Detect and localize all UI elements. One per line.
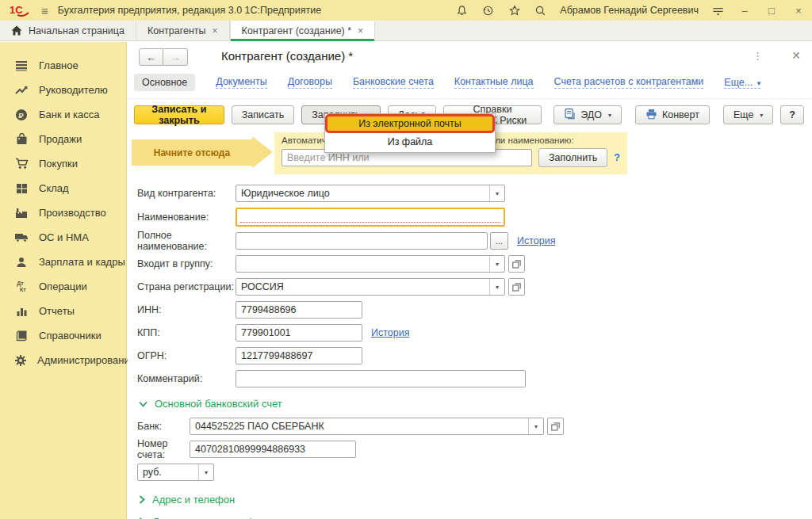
required-marker: [240, 222, 500, 223]
chevron-down-icon: ▾: [608, 112, 611, 119]
tab-label: Контрагенты: [147, 25, 206, 36]
field-label-inn: ИНН:: [137, 304, 236, 315]
save-and-close-button[interactable]: Записать и закрыть: [134, 105, 224, 124]
sidebar-item-administrirovanie[interactable]: Администрирование: [0, 348, 126, 372]
autofill-fill-button[interactable]: Заполнить: [538, 148, 607, 167]
group-combobox[interactable]: ▾: [236, 255, 505, 273]
comment-input[interactable]: [236, 370, 526, 387]
form-menu-kebab-icon[interactable]: ⋮: [753, 50, 763, 62]
autofill-help-link[interactable]: ?: [614, 152, 620, 163]
sidebar-item-sklad[interactable]: Склад: [0, 176, 126, 200]
form-header: ← → Контрагент (создание) * ⋮ ✕: [128, 42, 812, 71]
service-menu-icon[interactable]: [711, 4, 725, 17]
book-icon: [14, 329, 29, 343]
kind-combobox[interactable]: Юридическое лицо ▾: [236, 185, 505, 202]
nav-tab-kontaktnye-lica[interactable]: Контактные лица: [454, 76, 534, 89]
sidebar-item-spravochniki[interactable]: Справочники: [0, 323, 126, 348]
notifications-bell-icon[interactable]: [455, 4, 469, 17]
warehouse-icon: [14, 181, 29, 196]
sidebar-item-glavnoe[interactable]: Главное: [0, 53, 126, 78]
full-name-history-link[interactable]: История: [517, 235, 555, 246]
help-button[interactable]: ?: [780, 105, 804, 124]
ogrn-input[interactable]: 1217799488697: [236, 347, 362, 364]
maximize-button[interactable]: □: [764, 5, 779, 17]
chevron-down-icon[interactable]: ▾: [489, 185, 504, 201]
sidebar-item-proizvodstvo[interactable]: Производство: [0, 200, 126, 225]
kpp-history-link[interactable]: История: [371, 327, 409, 338]
debit-credit-icon: Дт Кт: [14, 280, 29, 294]
sidebar-item-zarplata-kadry[interactable]: Зарплата и кадры: [0, 250, 126, 274]
bank-account-section-toggle[interactable]: Основной банковский счет: [139, 398, 812, 410]
main-menu-icon[interactable]: ≡: [41, 5, 48, 17]
close-window-button[interactable]: ×: [791, 5, 806, 17]
menu-item-from-file[interactable]: Из файла: [325, 133, 495, 151]
field-label-name: Наименование:: [137, 212, 236, 223]
account-number-input[interactable]: 40702810899994886933: [190, 441, 356, 458]
nav-tab-dokumenty[interactable]: Документы: [216, 76, 266, 89]
chevron-down-icon: ▾: [757, 79, 761, 87]
tab-close-icon[interactable]: ×: [358, 25, 363, 36]
1c-logo-icon: 1С: [10, 4, 30, 17]
tab-close-icon[interactable]: ×: [213, 25, 218, 36]
field-label-group: Входит в группу:: [137, 258, 236, 269]
kpp-input[interactable]: 779901001: [236, 324, 362, 342]
field-label-ogrn: ОГРН:: [137, 350, 236, 361]
tab-kontragenty[interactable]: Контрагенты ×: [136, 21, 230, 40]
chevron-down-icon[interactable]: ▾: [528, 418, 543, 434]
history-icon[interactable]: [481, 4, 495, 17]
menu-item-from-email[interactable]: Из электронной почты: [325, 114, 495, 133]
favorites-star-icon[interactable]: [508, 4, 521, 17]
tab-kontragent-create[interactable]: Контрагент (создание) * ×: [230, 21, 376, 40]
sidebar-item-otchety[interactable]: Отчеты: [0, 299, 126, 323]
trend-icon: [14, 83, 29, 97]
search-icon[interactable]: [534, 4, 547, 17]
chevron-down-icon[interactable]: ▾: [198, 464, 213, 480]
inn-input[interactable]: 7799488696: [236, 301, 362, 319]
open-bank-icon[interactable]: [547, 418, 564, 435]
choose-button[interactable]: ...: [490, 232, 508, 250]
sidebar-item-bank-kassa[interactable]: Р Банк и касса: [0, 102, 126, 127]
save-button[interactable]: Записать: [232, 105, 294, 124]
tab-label: Начальная страница: [29, 25, 124, 36]
svg-text:1С: 1С: [10, 4, 23, 16]
nav-tab-osnovnoe[interactable]: Основное: [134, 74, 195, 91]
sidebar-item-os-nma[interactable]: ОС и НМА: [0, 225, 126, 250]
open-group-icon[interactable]: [508, 255, 525, 273]
sidebar-item-rukovoditelyu[interactable]: Руководителю: [0, 78, 126, 102]
full-name-input[interactable]: [236, 232, 488, 250]
factory-icon: [14, 206, 29, 220]
current-user[interactable]: Абрамов Геннадий Сергеевич: [560, 5, 699, 16]
sidebar-item-pokupki[interactable]: Покупки: [0, 151, 126, 176]
printer-icon: [645, 109, 657, 122]
sidebar-item-operacii[interactable]: Дт Кт Операции: [0, 274, 126, 299]
address-phone-section-toggle[interactable]: Адрес и телефон: [139, 494, 812, 506]
edo-button[interactable]: ЭДО▾: [553, 105, 622, 124]
field-label-bank: Банк:: [137, 421, 190, 432]
additional-info-section-toggle[interactable]: Дополнительная информация: [139, 516, 812, 519]
name-input[interactable]: [236, 208, 505, 227]
envelope-button[interactable]: Конверт: [635, 105, 710, 124]
chevron-down-icon[interactable]: ▾: [489, 279, 504, 295]
tab-label: Контрагент (создание) *: [242, 25, 352, 36]
nav-more-button[interactable]: Еще... ▾: [724, 77, 760, 89]
bank-combobox[interactable]: 044525225 ПАО СБЕРБАНК ▾: [190, 418, 544, 435]
back-button[interactable]: ←: [139, 48, 163, 66]
tab-home[interactable]: Начальная страница: [0, 21, 136, 40]
forward-button[interactable]: →: [163, 48, 188, 66]
currency-combobox[interactable]: руб. ▾: [137, 464, 214, 481]
field-label-account: Номер счета:: [137, 438, 190, 460]
cart-icon: [14, 157, 29, 171]
nav-tab-scheta-raschetov[interactable]: Счета расчетов с контрагентами: [554, 76, 704, 89]
chevron-down-icon[interactable]: ▾: [489, 256, 504, 272]
form-close-icon[interactable]: ✕: [791, 49, 801, 62]
start-here-arrow: Начните отсюда: [132, 139, 252, 166]
field-label-full-name: Полное наименование:: [137, 230, 236, 252]
nav-tab-dogovory[interactable]: Договоры: [288, 76, 332, 89]
minimize-button[interactable]: –: [737, 5, 752, 17]
country-combobox[interactable]: РОССИЯ ▾: [236, 278, 505, 296]
sidebar-item-prodazhi[interactable]: Продажи: [0, 127, 126, 151]
open-country-icon[interactable]: [508, 278, 525, 296]
more-button[interactable]: Еще▾: [723, 105, 773, 124]
menu-icon: [14, 59, 29, 73]
nav-tab-bankovskie-scheta[interactable]: Банковские счета: [353, 76, 434, 89]
